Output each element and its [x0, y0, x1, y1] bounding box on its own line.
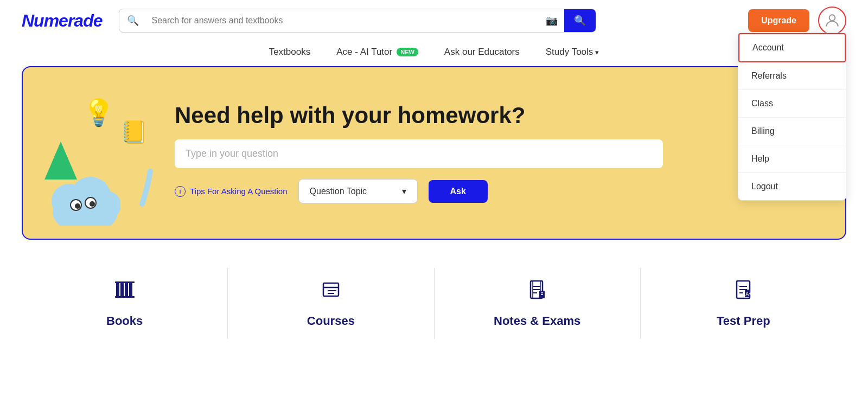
search-bar: 🔍 📷 🔍: [119, 9, 596, 33]
search-icon: 🔍: [119, 15, 143, 27]
svg-rect-15: [115, 281, 135, 283]
category-notes-exams[interactable]: Notes & Exams: [435, 268, 641, 339]
svg-rect-14: [115, 296, 135, 298]
hero-section: 💡 📒: [22, 66, 846, 240]
search-submit-button[interactable]: 🔍: [564, 9, 596, 32]
tips-label: Tips For Asking A Question: [190, 187, 288, 196]
test-prep-label: Test Prep: [717, 314, 770, 328]
ask-button[interactable]: Ask: [429, 180, 488, 203]
books-label: Books: [106, 314, 143, 328]
courses-label: Courses: [307, 314, 355, 328]
hero-title: Need help with your homework?: [175, 103, 813, 129]
chevron-down-icon: ▾: [595, 48, 599, 56]
category-test-prep[interactable]: A+ Test Prep: [641, 268, 846, 339]
character-illustration: 💡 📒: [39, 87, 158, 228]
topic-label: Question Topic: [310, 187, 367, 196]
books-icon: [114, 279, 136, 305]
category-courses[interactable]: Courses: [228, 268, 434, 339]
arm: [131, 166, 153, 212]
topic-chevron-icon: ▾: [402, 186, 406, 196]
bottom-categories: Books Courses Notes & Ex: [0, 246, 868, 339]
notebook-icon: 📒: [120, 119, 148, 145]
svg-point-9: [90, 201, 95, 207]
svg-point-5: [93, 191, 120, 219]
logo[interactable]: Numerade: [22, 11, 103, 31]
nav-textbooks[interactable]: Textbooks: [269, 47, 311, 57]
category-books[interactable]: Books: [22, 268, 228, 339]
dropdown-help[interactable]: Help: [738, 145, 846, 173]
svg-rect-13: [129, 282, 132, 297]
svg-text:A+: A+: [745, 291, 752, 297]
nav-ask-educators[interactable]: Ask our Educators: [444, 47, 520, 57]
svg-rect-11: [120, 282, 124, 297]
nav-study-tools[interactable]: Study Tools ▾: [546, 47, 599, 57]
user-icon: [824, 12, 841, 29]
svg-point-8: [75, 203, 80, 209]
dropdown-billing[interactable]: Billing: [738, 118, 846, 145]
svg-rect-10: [116, 282, 119, 297]
avatar-button[interactable]: [818, 7, 846, 35]
notes-icon: [526, 279, 548, 305]
dropdown-logout[interactable]: Logout: [738, 173, 846, 200]
notes-label: Notes & Exams: [494, 314, 580, 328]
courses-icon: [320, 279, 342, 305]
hero-question-input[interactable]: Type in your question: [175, 139, 663, 168]
bulb-icon: 💡: [82, 98, 115, 128]
camera-button[interactable]: 📷: [539, 9, 564, 32]
account-dropdown: Account Referrals Class Billing Help Log…: [738, 33, 846, 201]
dropdown-referrals[interactable]: Referrals: [738, 62, 846, 90]
svg-point-0: [829, 15, 835, 21]
search-input[interactable]: [143, 9, 539, 32]
svg-rect-12: [125, 282, 128, 297]
test-prep-icon: A+: [732, 279, 754, 305]
hero-actions: i Tips For Asking A Question Question To…: [175, 179, 813, 203]
topic-dropdown[interactable]: Question Topic ▾: [298, 179, 418, 203]
cloud-body: [50, 166, 120, 228]
tips-link[interactable]: i Tips For Asking A Question: [175, 186, 288, 197]
header-right: Upgrade: [748, 7, 846, 35]
nav-ace-ai[interactable]: Ace - AI Tutor NEW: [336, 47, 418, 57]
info-icon: i: [175, 186, 186, 197]
svg-rect-16: [323, 283, 339, 296]
upgrade-button[interactable]: Upgrade: [748, 9, 809, 32]
new-badge: NEW: [397, 48, 418, 56]
dropdown-class[interactable]: Class: [738, 90, 846, 118]
dropdown-account[interactable]: Account: [738, 33, 846, 62]
